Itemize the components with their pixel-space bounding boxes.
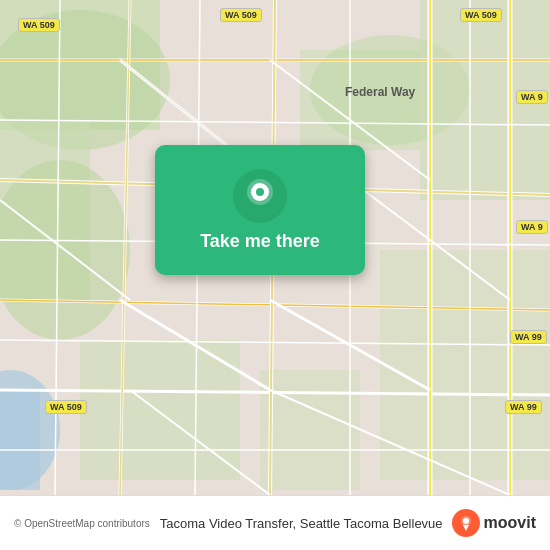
location-pin-icon — [244, 178, 276, 214]
svg-rect-7 — [80, 340, 240, 480]
road-label-wa99-bot-right: WA 99 — [505, 400, 542, 414]
svg-rect-8 — [260, 370, 360, 490]
svg-marker-49 — [463, 525, 469, 531]
bottom-bar: © OpenStreetMap contributors Tacoma Vide… — [0, 495, 550, 550]
location-info: Tacoma Video Transfer, Seattle Tacoma Be… — [160, 516, 452, 531]
svg-point-48 — [463, 518, 469, 524]
pin-icon-container — [233, 169, 287, 223]
federal-way-label: Federal Way — [345, 85, 415, 99]
copyright-text: © OpenStreetMap contributors — [14, 518, 150, 529]
moovit-text: moovit — [484, 514, 536, 532]
take-me-card[interactable]: Take me there — [155, 145, 365, 275]
svg-rect-11 — [0, 390, 40, 490]
road-label-wa509-bot-left: WA 509 — [45, 400, 87, 414]
svg-rect-9 — [380, 250, 550, 480]
moovit-logo: moovit — [452, 509, 536, 537]
road-label-wa509-top-mid: WA 509 — [220, 8, 262, 22]
moovit-icon — [452, 509, 480, 537]
take-me-button-label: Take me there — [200, 231, 320, 252]
svg-point-46 — [256, 188, 264, 196]
road-label-wa9-right-top: WA 9 — [516, 90, 548, 104]
moovit-symbol — [457, 514, 475, 532]
road-label-wa509-top-left: WA 509 — [18, 18, 60, 32]
road-label-wa9-right-mid: WA 9 — [516, 220, 548, 234]
road-label-wa99-right-bot: WA 99 — [510, 330, 547, 344]
road-label-wa509-top-right: WA 509 — [460, 8, 502, 22]
